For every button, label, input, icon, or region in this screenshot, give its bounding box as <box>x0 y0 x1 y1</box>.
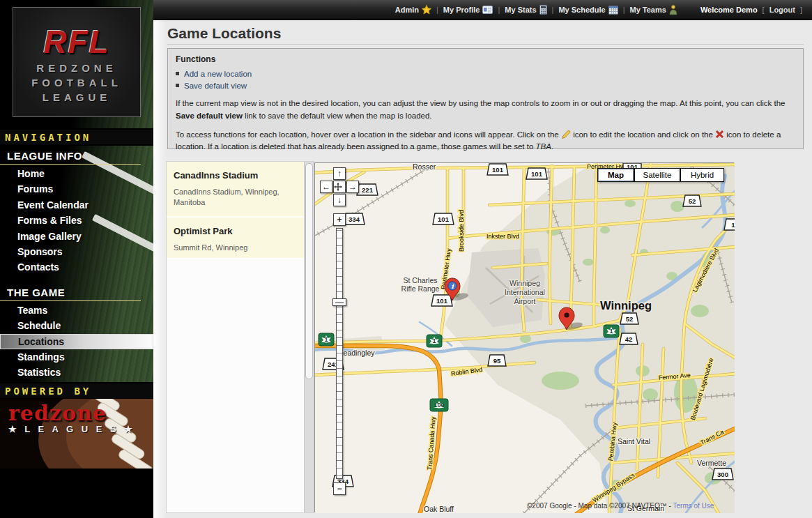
svg-text:101: 101 <box>438 215 450 223</box>
svg-text:1: 1 <box>324 336 328 343</box>
svg-text:334: 334 <box>348 215 360 223</box>
hybrid-button[interactable]: Hybrid <box>680 168 724 182</box>
shield-100: 100 <box>430 399 448 411</box>
shield-95: 95 <box>488 355 506 366</box>
sidebar-item-locations-selected[interactable]: Locations <box>0 334 153 349</box>
functions-title: Functions <box>176 54 795 64</box>
league-logo[interactable]: RFL REDZONE FOOTBALL LEAGUE <box>13 7 141 117</box>
zoom-slider-handle[interactable] <box>332 298 346 306</box>
topbar-item-my-stats[interactable]: My Stats <box>505 5 546 15</box>
sidebar-item-event-calendar[interactable]: Event Calendar <box>0 197 153 213</box>
map-canvas[interactable]: Rosser Perimeter Hwy Brookside Blvd Inks… <box>314 162 734 512</box>
svg-text:300: 300 <box>717 471 728 478</box>
zoom-slider-track[interactable] <box>336 228 343 479</box>
calendar-icon <box>608 5 618 15</box>
add-location-link[interactable]: Add a new location <box>184 70 252 78</box>
sidebar-item-schedule[interactable]: Schedule <box>0 318 153 333</box>
pan-down-button[interactable]: ↓ <box>333 194 346 206</box>
satellite-button[interactable]: Satellite <box>634 168 680 182</box>
label-headingley: Headingley <box>338 349 375 357</box>
topbar-item-admin[interactable]: Admin <box>395 5 431 15</box>
label-airport-2: International <box>505 288 545 296</box>
label-saint-vital: Saint Vital <box>618 437 650 445</box>
sidebar-item-home[interactable]: Home <box>0 166 153 181</box>
topbar-item-my-teams[interactable]: My Teams <box>630 5 677 15</box>
pan-left-button[interactable]: ← <box>320 181 332 193</box>
label-oak-bluff: Oak Bluff <box>424 505 454 513</box>
shield-101-a: 101 <box>487 164 508 175</box>
page-title: Game Locations <box>167 25 281 42</box>
the-game-menu: Teams Schedule Locations Standings Stati… <box>0 303 153 381</box>
svg-text:221: 221 <box>362 186 374 194</box>
sidebar-item-contacts[interactable]: Contacts <box>0 259 153 275</box>
logout-link[interactable]: Logout <box>769 6 795 14</box>
redzone-wordmark: redzone <box>8 403 135 424</box>
redzone-leagues-logo[interactable]: redzone ★ L E A G U E S ★ <box>8 403 135 434</box>
label-vermette: Vermette <box>697 459 726 467</box>
terms-of-use-link[interactable]: Terms of Use <box>673 502 714 510</box>
admin-label: Admin <box>395 6 419 14</box>
shield-52-b: 52 <box>620 313 638 324</box>
svg-text:52: 52 <box>689 197 696 205</box>
save-default-view-link[interactable]: Save default view <box>184 82 247 90</box>
person-icon <box>669 5 677 15</box>
label-st-charles-2: Rifle Range <box>401 284 440 293</box>
tba-italic: TBA <box>536 142 551 151</box>
label-airport-3: Airport <box>514 297 536 305</box>
logo-line-3: LEAGUE <box>13 90 140 105</box>
shield-101-b: 101 <box>526 168 547 179</box>
shield-334-a: 334 <box>344 213 365 224</box>
location-card-optimist[interactable]: Optimist Park Summit Rd, Winnipeg <box>167 218 314 259</box>
sidebar-item-sponsors[interactable]: Sponsors <box>0 244 153 259</box>
pan-center-button[interactable] <box>333 181 346 193</box>
separator: | <box>498 6 500 14</box>
pan-center-icon <box>334 183 342 191</box>
topbar-item-my-profile[interactable]: My Profile <box>443 6 493 14</box>
sidebar-item-standings[interactable]: Standings <box>0 349 153 365</box>
label-winnipeg: Winnipeg <box>600 299 652 312</box>
sidebar-item-forms-files[interactable]: Forms & Files <box>0 213 153 228</box>
label-brookside-blvd: Brookside Blvd <box>458 210 465 252</box>
map-button[interactable]: Map <box>597 168 634 182</box>
separator: | <box>552 6 554 14</box>
scrollbar-thumb[interactable] <box>305 163 313 379</box>
svg-text:52: 52 <box>626 315 634 323</box>
instructions-paragraph-1: If the current map view is not in the de… <box>176 98 795 123</box>
save-default-view-bold: Save default view <box>176 112 243 120</box>
shield-tc-1-c: 1 <box>604 325 619 337</box>
delete-x-icon <box>715 130 724 139</box>
page: RFL REDZONE FOOTBALL LEAGUE NAVIGATION L… <box>0 0 812 518</box>
label-st-charles-1: St Charles <box>403 276 437 284</box>
sidebar-item-teams[interactable]: Teams <box>0 303 153 318</box>
section-header-league-info: LEAGUE INFO <box>0 148 141 165</box>
edit-pencil-icon <box>561 130 571 139</box>
location-card-canadinns[interactable]: CanadInns Stadium CanadInns Stadium, Win… <box>167 162 314 218</box>
map-type-buttons: Map Satellite Hybrid <box>597 168 724 182</box>
locations-scrollbar[interactable] <box>304 162 314 512</box>
sidebar-item-statistics[interactable]: Statistics <box>0 365 153 380</box>
id-card-icon <box>482 6 493 14</box>
bullet <box>176 72 179 75</box>
title-divider <box>167 44 804 45</box>
pan-up-button[interactable]: ↑ <box>333 167 346 180</box>
functions-box: Functions Add a new location Save defaul… <box>167 48 804 149</box>
shield-52-a: 52 <box>683 195 701 206</box>
map-copyright: ©2007 Google - Map data ©2007 NAVTEQ™ - … <box>527 502 714 510</box>
location-address: CanadInns Stadium, Winnipeg, Manitoba <box>174 187 285 208</box>
welcome-text: Welcome Demo <box>700 6 758 14</box>
svg-text:101: 101 <box>492 166 504 174</box>
bracket: ] <box>800 6 802 14</box>
sidebar-item-forums[interactable]: Forums <box>0 181 153 197</box>
svg-text:100: 100 <box>434 402 444 409</box>
topbar-item-my-schedule[interactable]: My Schedule <box>558 5 618 15</box>
label-airport-1: Winnipeg <box>510 279 540 287</box>
pan-right-button[interactable]: → <box>346 181 359 193</box>
zoom-in-button[interactable]: + <box>333 213 346 226</box>
logo-line-2: FOOTBALL <box>13 75 140 90</box>
label-inkster-blvd: Inkster Blvd <box>487 233 519 240</box>
navigation-header: NAVIGATION <box>0 128 153 146</box>
sidebar-item-image-gallery[interactable]: Image Gallery <box>0 229 153 244</box>
logo-acronym: RFL <box>13 23 140 61</box>
powered-by-header: POWERED BY <box>0 382 153 399</box>
zoom-out-button[interactable]: − <box>333 482 346 495</box>
